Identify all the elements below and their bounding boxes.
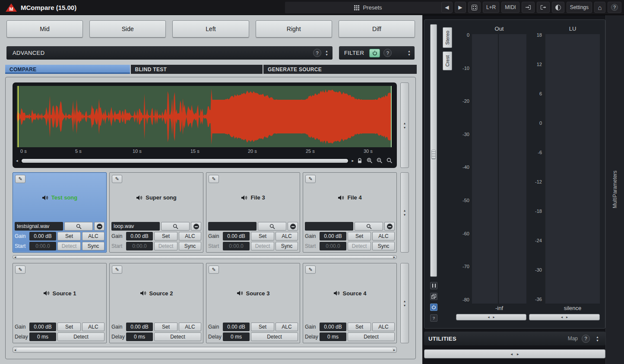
gain-alc-button[interactable]: ALC (276, 232, 298, 241)
scrollbar-thumb[interactable] (17, 348, 393, 351)
slider-grip[interactable] (431, 150, 436, 159)
file-slot-2[interactable]: ✎ Super song loop.wav Gain 0.00 dB Set A… (109, 172, 203, 253)
meter-zoom-slider[interactable] (430, 24, 437, 277)
filter-spinner[interactable]: ▲ ▼ (405, 48, 413, 58)
gain-set-button[interactable]: Set (251, 323, 274, 331)
gain-value[interactable]: 0.00 dB (223, 232, 250, 241)
start-value[interactable]: 0:00.0 (320, 242, 346, 250)
delay-detect-button[interactable]: Detect (251, 332, 298, 341)
delay-detect-button[interactable]: Detect (348, 332, 395, 341)
filter-power-button[interactable] (369, 49, 380, 57)
advanced-bar[interactable]: ADVANCED ? ▲ ▼ (6, 46, 333, 60)
gain-value[interactable]: 0.00 dB (320, 323, 346, 331)
start-sync-button[interactable]: Sync (179, 242, 201, 250)
delay-detect-button[interactable]: Detect (154, 332, 201, 341)
home-button[interactable]: ⌂ (594, 2, 605, 13)
gain-alc-button[interactable]: ALC (372, 232, 395, 241)
detach-window-button[interactable] (430, 293, 437, 300)
edit-name-button[interactable]: ✎ (112, 175, 122, 183)
start-value[interactable]: 0:00.0 (29, 242, 56, 250)
advanced-spinner[interactable]: ▲ ▼ (323, 48, 330, 58)
edit-name-button[interactable]: ✎ (209, 266, 219, 274)
browse-file-button[interactable] (258, 222, 286, 231)
zoom-in-button[interactable] (366, 157, 374, 164)
remove-file-button[interactable] (191, 222, 201, 231)
presets-button[interactable]: Presets (285, 2, 451, 13)
channel-side-button[interactable]: Side (89, 20, 166, 38)
gain-set-button[interactable]: Set (57, 232, 81, 241)
browse-file-button[interactable] (355, 222, 383, 231)
start-sync-button[interactable]: Sync (82, 242, 105, 250)
start-sync-button[interactable]: Sync (276, 242, 298, 250)
help-button[interactable]: ? (608, 2, 621, 13)
start-detect-button[interactable]: Detect (348, 242, 371, 250)
source-slot-2[interactable]: ✎ Source 2 Gain 0.00 dB Set ALC Delay 0 … (109, 263, 203, 343)
edit-name-button[interactable]: ✎ (209, 175, 219, 183)
random-preset-button[interactable] (468, 2, 481, 13)
file-name-field[interactable] (208, 222, 257, 231)
crest-mode-button[interactable]: Crest (443, 51, 452, 70)
delay-detect-button[interactable]: Detect (57, 332, 105, 341)
gain-alc-button[interactable]: ALC (82, 232, 105, 241)
utilities-scrollbar[interactable]: ◂ ▸ (424, 349, 605, 358)
edit-name-button[interactable]: ✎ (305, 175, 316, 183)
map-button[interactable]: Map (568, 336, 578, 342)
channel-diff-button[interactable]: Diff (339, 20, 415, 38)
waveform-vscrollbar[interactable]: ▴ ▾ (400, 82, 409, 168)
gain-value[interactable]: 0.00 dB (126, 232, 153, 241)
meter-help-button[interactable]: ? (430, 314, 437, 322)
export-settings-button[interactable] (537, 2, 550, 13)
delay-value[interactable]: 0 ms (29, 332, 56, 341)
utilities-bar[interactable]: UTILITIES Map ? ▲ ▼ (424, 332, 605, 345)
settings-button[interactable]: Settings (567, 2, 592, 13)
start-value[interactable]: 0:00.0 (126, 242, 153, 250)
bottom-hscrollbar[interactable]: ◂ ▸ (13, 347, 397, 353)
scrollbar-thumb[interactable] (17, 256, 393, 258)
start-sync-button[interactable]: Sync (372, 242, 395, 250)
browse-file-button[interactable] (161, 222, 190, 231)
gain-set-button[interactable]: Set (251, 232, 274, 241)
file-slots-vscrollbar[interactable]: ▴ ▾ (400, 172, 409, 253)
gain-set-button[interactable]: Set (154, 232, 177, 241)
gain-value[interactable]: 0.00 dB (320, 232, 346, 241)
source-slot-1[interactable]: ✎ Source 1 Gain 0.00 dB Set ALC Delay 0 … (13, 263, 107, 343)
source-slots-vscrollbar[interactable]: ▴ ▾ (400, 263, 409, 343)
gain-value[interactable]: 0.00 dB (126, 323, 153, 331)
advanced-help-button[interactable]: ? (313, 49, 321, 57)
scroll-left-icon[interactable]: ◂ (16, 158, 18, 163)
delay-value[interactable]: 0 ms (126, 332, 153, 341)
tab-blind-test[interactable]: BLIND TEST (131, 65, 263, 74)
utilities-help-button[interactable]: ? (582, 335, 590, 343)
remove-file-button[interactable] (384, 222, 395, 231)
gain-set-button[interactable]: Set (348, 323, 371, 331)
source-slot-3[interactable]: ✎ Source 3 Gain 0.00 dB Set ALC Delay 0 … (206, 263, 300, 343)
file-slot-1[interactable]: ✎ Test song testsignal.wav Gain 0.00 dB … (13, 172, 107, 253)
delay-value[interactable]: 0 ms (223, 332, 250, 341)
waveform-scrollbar[interactable] (20, 158, 350, 163)
start-detect-button[interactable]: Detect (251, 242, 274, 250)
channel-mid-button[interactable]: Mid (6, 20, 83, 38)
import-settings-button[interactable] (522, 2, 535, 13)
theme-button[interactable] (552, 2, 564, 13)
file-slots-hscrollbar[interactable]: ◂ ▸ (13, 255, 397, 259)
gain-set-button[interactable]: Set (348, 232, 371, 241)
multiparameters-strip[interactable]: MultiParameters (605, 15, 624, 364)
start-value[interactable]: 0:00.0 (223, 242, 250, 250)
remove-file-button[interactable] (288, 222, 298, 231)
tab-generate-source[interactable]: GENERATE SOURCE (263, 65, 417, 74)
gain-value[interactable]: 0.00 dB (29, 232, 56, 241)
lu-meter-scrollbar[interactable]: ◂ ▸ (529, 314, 600, 320)
gain-alc-button[interactable]: ALC (372, 323, 395, 331)
utilities-spinner[interactable]: ▲ ▼ (594, 333, 601, 344)
channel-config-button[interactable]: L+R (483, 2, 499, 13)
gain-value[interactable]: 0.00 dB (29, 323, 56, 331)
file-name-field[interactable] (305, 222, 353, 231)
out-meter[interactable] (472, 34, 526, 304)
edit-name-button[interactable]: ✎ (15, 266, 25, 274)
gain-alc-button[interactable]: ALC (179, 232, 201, 241)
filter-bar[interactable]: FILTER ? ▲ ▼ (339, 46, 415, 60)
gain-alc-button[interactable]: ALC (82, 323, 105, 331)
delay-value[interactable]: 0 ms (320, 332, 346, 341)
channel-left-button[interactable]: Left (172, 20, 249, 38)
lock-button[interactable] (356, 157, 364, 164)
